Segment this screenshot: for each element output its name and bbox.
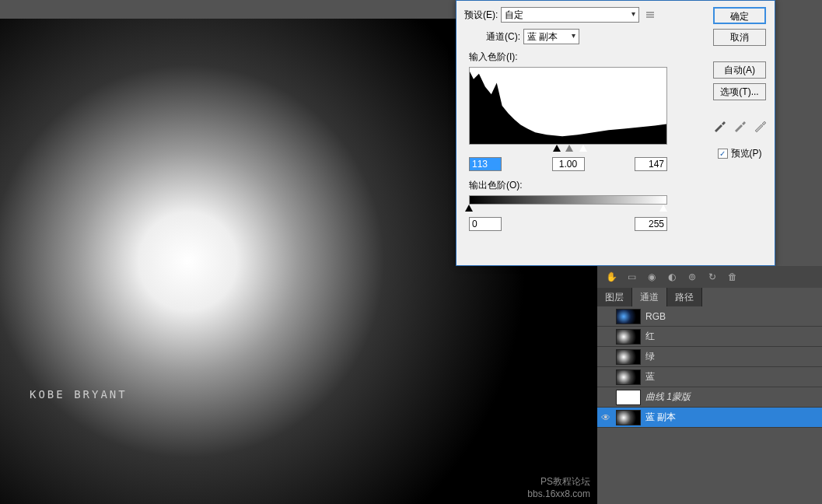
output-low-input[interactable]: 0 xyxy=(469,217,502,231)
channel-row[interactable]: 👁蓝 副本 xyxy=(597,408,822,428)
channel-thumbnail xyxy=(616,309,641,324)
channel-name: RGB xyxy=(645,311,666,322)
visibility-toggle[interactable] xyxy=(600,392,611,403)
levels-dialog: 预设(E): 自定 通道(C): 蓝 副本 输入色阶(I): 113 xyxy=(456,0,775,266)
eyedropper-gray-icon[interactable] xyxy=(733,119,747,133)
channel-thumbnail xyxy=(616,410,641,425)
ok-button[interactable]: 确定 xyxy=(713,7,766,24)
auto-button[interactable]: 自动(A) xyxy=(713,61,766,79)
eye-icon[interactable]: ◉ xyxy=(645,271,658,283)
visibility-toggle[interactable] xyxy=(600,352,611,362)
channel-name: 绿 xyxy=(645,350,655,363)
eyedropper-black-icon[interactable] xyxy=(712,119,726,133)
channel-row[interactable]: 曲线 1蒙版 xyxy=(597,387,822,408)
eyedroppers xyxy=(712,119,767,133)
panels-area: ✋ ▭ ◉ ◐ ⊚ ↻ 🗑 图层 通道 路径 RGB红绿蓝曲线 1蒙版👁蓝 副本 xyxy=(597,266,822,504)
output-high-input[interactable]: 255 xyxy=(635,217,667,231)
channel-row[interactable]: RGB xyxy=(597,306,822,327)
tab-layers[interactable]: 图层 xyxy=(597,288,632,306)
preset-menu-icon[interactable] xyxy=(645,10,655,19)
rect-icon[interactable]: ▭ xyxy=(625,271,638,283)
input-levels-label: 输入色阶(I): xyxy=(469,51,667,64)
channel-name: 曲线 1蒙版 xyxy=(645,390,691,404)
output-high-slider[interactable] xyxy=(659,205,667,212)
channel-dropdown[interactable]: 蓝 副本 xyxy=(523,29,579,44)
shadow-input[interactable]: 113 xyxy=(469,157,502,171)
channel-name: 蓝 副本 xyxy=(645,411,676,424)
toggle-icon[interactable]: ◐ xyxy=(666,271,678,283)
preview-label: 预览(P) xyxy=(731,147,762,160)
highlight-slider[interactable] xyxy=(579,145,587,152)
channel-row[interactable]: 蓝 xyxy=(597,367,822,387)
output-levels-label: 输出色阶(O): xyxy=(469,179,767,192)
output-gradient xyxy=(469,195,667,205)
panel-toolbar: ✋ ▭ ◉ ◐ ⊚ ↻ 🗑 xyxy=(597,266,822,288)
input-sliders[interactable] xyxy=(469,145,667,154)
midtone-input[interactable]: 1.00 xyxy=(552,157,585,171)
channel-thumbnail xyxy=(616,390,641,405)
preset-dropdown[interactable]: 自定 xyxy=(501,7,639,23)
channel-thumbnail xyxy=(616,349,641,365)
refresh-icon[interactable]: ↻ xyxy=(706,271,719,283)
highlight-input[interactable]: 147 xyxy=(635,157,667,171)
channel-name: 红 xyxy=(645,330,655,343)
hand-icon[interactable]: ✋ xyxy=(605,271,617,283)
tab-paths[interactable]: 路径 xyxy=(667,288,702,306)
shadow-slider[interactable] xyxy=(553,145,561,152)
image-caption: KOBE BRYANT xyxy=(30,388,128,401)
visibility-toggle[interactable]: 👁 xyxy=(600,412,611,423)
preview-checkbox[interactable]: ✓ xyxy=(718,149,728,159)
target-icon[interactable]: ⊚ xyxy=(686,271,698,283)
visibility-toggle[interactable] xyxy=(600,311,611,322)
trash-icon[interactable]: 🗑 xyxy=(726,271,739,283)
options-button[interactable]: 选项(T)... xyxy=(713,83,766,100)
cancel-button[interactable]: 取消 xyxy=(713,29,766,46)
preset-label: 预设(E): xyxy=(464,9,498,22)
output-low-slider[interactable] xyxy=(465,205,473,212)
channel-list: RGB红绿蓝曲线 1蒙版👁蓝 副本 xyxy=(597,306,822,428)
channel-name: 蓝 xyxy=(645,370,655,383)
channel-thumbnail xyxy=(616,369,641,385)
channel-label: 通道(C): xyxy=(486,30,520,44)
panel-tabs: 图层 通道 路径 xyxy=(597,288,822,306)
channel-row[interactable]: 绿 xyxy=(597,347,822,367)
tab-channels[interactable]: 通道 xyxy=(632,288,667,306)
visibility-toggle[interactable] xyxy=(600,331,611,342)
watermark: PS教程论坛 bbs.16xx8.com xyxy=(527,475,590,499)
channel-row[interactable]: 红 xyxy=(597,327,822,347)
visibility-toggle[interactable] xyxy=(600,372,611,383)
midtone-slider[interactable] xyxy=(565,145,573,152)
channel-thumbnail xyxy=(616,329,641,345)
eyedropper-white-icon[interactable] xyxy=(753,119,767,133)
output-sliders[interactable] xyxy=(469,205,667,214)
histogram xyxy=(469,67,667,145)
